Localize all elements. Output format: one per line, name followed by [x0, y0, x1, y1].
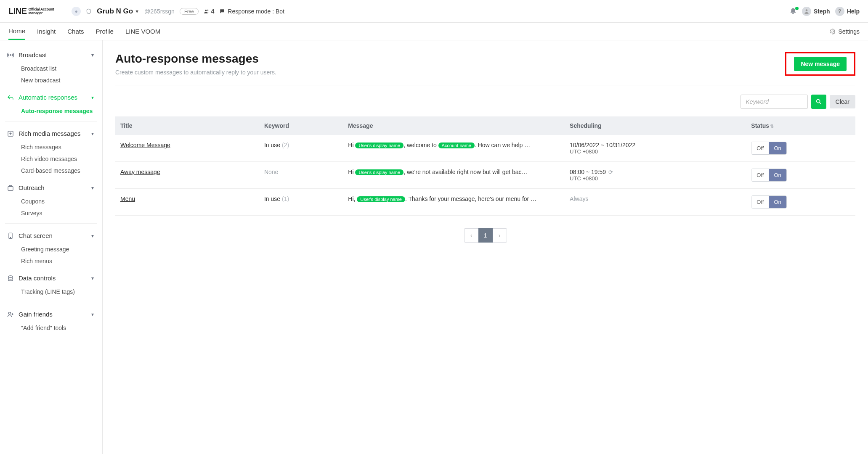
top-bar: LINE Official Account Manager ● Grub N G… — [0, 0, 868, 23]
variable-pill: User's display name — [357, 196, 405, 202]
chevron-down-icon: ▾ — [91, 275, 94, 281]
schedule-tz: UTC +0800 — [570, 175, 741, 182]
nav-profile[interactable]: Profile — [96, 23, 114, 40]
page-number[interactable]: 1 — [478, 228, 493, 243]
sidebar-tracking[interactable]: Tracking (LINE tags) — [7, 286, 96, 298]
status-toggle[interactable]: OffOn — [751, 142, 786, 155]
divider — [5, 121, 97, 121]
chevron-down-icon: ▾ — [91, 233, 94, 239]
sidebar-rich-media[interactable]: Rich media messages ▾ — [7, 126, 96, 141]
col-message: Message — [343, 116, 565, 135]
status-toggle[interactable]: OffOn — [751, 169, 786, 182]
row-title-link[interactable]: Welcome Message — [120, 142, 170, 148]
sidebar-coupons[interactable]: Coupons — [7, 195, 96, 207]
col-status[interactable]: Status⇅ — [746, 116, 855, 135]
plan-badge: Free — [180, 8, 199, 15]
rich-media-icon — [7, 130, 14, 137]
outreach-icon — [7, 185, 14, 191]
toggle-off[interactable]: Off — [751, 169, 769, 181]
chevron-down-icon: ▾ — [91, 311, 94, 317]
pagination: ‹ 1 › — [115, 228, 855, 243]
sidebar-chat-screen[interactable]: Chat screen ▾ — [7, 228, 96, 243]
data-icon — [7, 275, 14, 282]
help-link[interactable]: ? Help — [835, 7, 860, 16]
sidebar-broadcast[interactable]: Broadcast ▾ — [7, 47, 96, 63]
logo[interactable]: LINE Official Account Manager — [8, 6, 54, 16]
sidebar-automatic-responses[interactable]: Automatic responses ▾ — [7, 90, 96, 105]
chevron-left-icon: ‹ — [470, 232, 472, 239]
toggle-on[interactable]: On — [769, 142, 786, 154]
svg-point-9 — [8, 276, 13, 277]
nav-chats[interactable]: Chats — [67, 23, 84, 40]
sidebar-greeting[interactable]: Greeting message — [7, 243, 96, 255]
sidebar-chat-label: Chat screen — [19, 232, 53, 239]
toggle-off[interactable]: Off — [751, 196, 769, 208]
variable-pill: User's display name — [355, 143, 403, 148]
chevron-down-icon: ▾ — [91, 52, 94, 58]
svg-point-4 — [10, 54, 11, 55]
table-row: Welcome MessageIn use(2)Hi User's displa… — [115, 135, 855, 162]
nav-insight[interactable]: Insight — [37, 23, 56, 40]
svg-point-8 — [10, 237, 11, 238]
sidebar-surveys[interactable]: Surveys — [7, 207, 96, 219]
sidebar-auto-response-messages[interactable]: Auto-response messages — [7, 105, 96, 117]
schedule-tz: UTC +0800 — [570, 148, 741, 155]
variable-pill: Account name — [438, 143, 475, 148]
sidebar-card-based[interactable]: Card-based messages — [7, 165, 96, 177]
sidebar-broadcast-label: Broadcast — [19, 51, 47, 58]
toggle-off[interactable]: Off — [751, 142, 769, 154]
search-button[interactable] — [811, 95, 826, 109]
clear-button[interactable]: Clear — [830, 95, 855, 108]
row-title-link[interactable]: Menu — [120, 195, 135, 202]
search-icon — [815, 98, 822, 105]
logo-sub2: Manager — [29, 11, 54, 15]
sidebar-broadcast-list[interactable]: Broadcast list — [7, 63, 96, 74]
col-keyword: Keyword — [259, 116, 343, 135]
new-message-button[interactable]: New message — [794, 57, 847, 71]
account-avatar-icon: ● — [72, 7, 81, 16]
svg-point-0 — [205, 9, 207, 11]
nav-home[interactable]: Home — [8, 23, 25, 40]
sidebar: Broadcast ▾ Broadcast list New broadcast… — [0, 40, 103, 454]
reply-icon — [7, 94, 14, 101]
response-mode[interactable]: Response mode : Bot — [219, 8, 284, 15]
keyword-status: In use — [264, 142, 280, 148]
account-name-text: Grub N Go — [97, 7, 133, 16]
nav-voom[interactable]: LINE VOOM — [125, 23, 160, 40]
user-name: Steph — [814, 8, 830, 15]
keyword-count: (2) — [282, 142, 289, 148]
sidebar-gain-label: Gain friends — [19, 311, 53, 318]
user-menu[interactable]: Steph — [802, 7, 830, 16]
friends-count: 4 — [204, 8, 215, 15]
chevron-down-icon: ▼ — [135, 9, 139, 14]
account-handle: @265rssgn — [144, 8, 175, 15]
chevron-down-icon: ▾ — [91, 95, 94, 100]
page-prev[interactable]: ‹ — [464, 228, 478, 243]
sidebar-outreach[interactable]: Outreach ▾ — [7, 180, 96, 195]
chat-screen-icon — [7, 232, 14, 239]
keyword-search-input[interactable] — [741, 95, 808, 109]
friends-number: 4 — [211, 8, 215, 15]
account-switcher[interactable]: Grub N Go ▼ — [97, 7, 139, 16]
sidebar-data-controls[interactable]: Data controls ▾ — [7, 270, 96, 286]
sidebar-gain-friends[interactable]: Gain friends ▾ — [7, 306, 96, 322]
toggle-on[interactable]: On — [769, 169, 786, 181]
notifications-bell[interactable] — [789, 8, 797, 15]
sidebar-add-friend-tools[interactable]: "Add friend" tools — [7, 322, 96, 334]
gear-icon — [830, 29, 836, 34]
sidebar-new-broadcast[interactable]: New broadcast — [7, 74, 96, 86]
sidebar-rich-video[interactable]: Rich video messages — [7, 153, 96, 165]
page-next[interactable]: › — [493, 228, 507, 243]
status-toggle[interactable]: OffOn — [751, 195, 786, 209]
col-title: Title — [115, 116, 259, 135]
sidebar-auto-label: Automatic responses — [19, 94, 77, 101]
table-row: Away messageNoneHi User's display name, … — [115, 162, 855, 189]
toggle-on[interactable]: On — [769, 196, 786, 208]
sidebar-outreach-label: Outreach — [19, 184, 45, 191]
sidebar-rich-messages[interactable]: Rich messages — [7, 141, 96, 153]
chevron-down-icon: ▾ — [91, 131, 94, 137]
row-title-link[interactable]: Away message — [120, 169, 160, 175]
sidebar-rich-menus[interactable]: Rich menus — [7, 255, 96, 267]
settings-link[interactable]: Settings — [830, 28, 860, 35]
schedule-range: 10/06/2022 ~ 10/31/2022 — [570, 142, 741, 148]
